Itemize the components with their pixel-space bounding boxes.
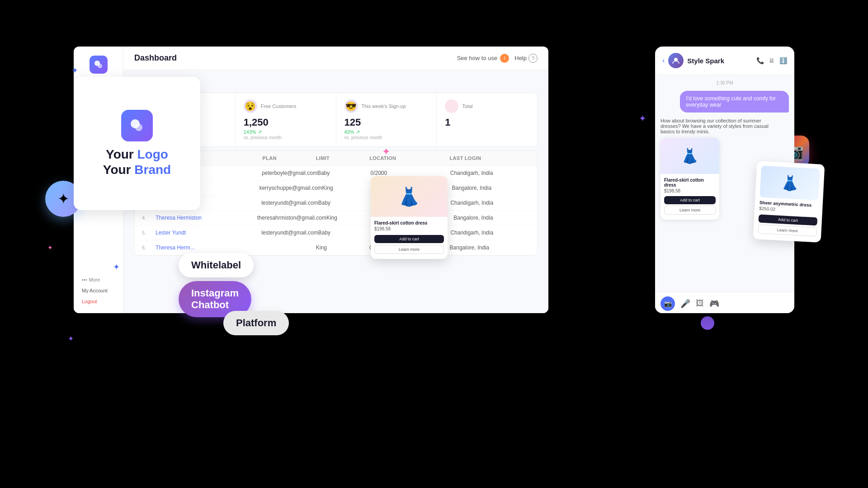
dress-image: 👗 xyxy=(760,166,820,201)
game-icon[interactable]: 🎮 xyxy=(709,299,719,309)
image-icon[interactable]: 🖼 xyxy=(696,299,704,308)
row-plan: Baby xyxy=(317,170,371,176)
product-1-info: Flared-skirt cotton dress $198.58 Add to… xyxy=(660,174,719,220)
product-1-image: 👗 xyxy=(660,138,719,174)
star-decoration-5: ✦ xyxy=(639,113,646,124)
dress-learn-more[interactable]: Learn more xyxy=(758,225,817,237)
more-menu-item[interactable]: ••• More xyxy=(78,275,123,284)
free-icon: 😵 xyxy=(244,99,257,113)
row-num: 4. xyxy=(142,215,156,221)
row-plan: Baby xyxy=(318,200,371,206)
chat-bot-name: Style Spark xyxy=(687,57,753,65)
row-plan: Baby xyxy=(318,230,371,236)
th-plan: Plan xyxy=(263,155,316,161)
see-how-button[interactable]: See how to use i xyxy=(457,54,509,63)
popup-learn-more[interactable]: Learn more xyxy=(374,245,444,254)
platform-badge: Platform xyxy=(223,311,289,335)
row-plan: King xyxy=(316,244,369,251)
svg-point-1 xyxy=(98,64,102,68)
brand-logo-overlay: Your Logo Your Brand xyxy=(74,77,200,210)
user-message-bubble: I'd love something cute and comfy for ev… xyxy=(680,91,789,113)
weekly-icon: 😎 xyxy=(344,99,358,113)
row-location: Bangalore, India xyxy=(453,215,530,221)
topbar-right: See how to use i Help ? xyxy=(457,54,538,63)
product-1-learn-more[interactable]: Learn more xyxy=(664,206,716,215)
total-value: 1 xyxy=(445,117,529,128)
row-email: lesteryundt@gmail.com xyxy=(261,230,318,236)
star-decoration-3: ✦ xyxy=(47,244,53,251)
row-email: kerryschuppe@gmail.com xyxy=(259,185,322,191)
stat-card-free: 😵 Free Customers 1,250 143% ↗ vs. previo… xyxy=(236,93,336,146)
mic-icon[interactable]: 🎤 xyxy=(680,299,690,309)
weekly-change: 43% ↗ xyxy=(344,129,429,135)
chat-back-button[interactable]: ‹ xyxy=(662,56,665,65)
help-icon: ? xyxy=(528,54,538,63)
row-num: 6. xyxy=(142,245,156,250)
product-popup-info: Flared-skirt cotton dress $198.58 Add to… xyxy=(371,217,448,259)
product-1-add-to-cart[interactable]: Add to cart xyxy=(664,196,716,204)
my-account-item[interactable]: My Account xyxy=(78,286,123,295)
logout-item[interactable]: Logout xyxy=(78,297,123,306)
product-popup-image: 👗 xyxy=(371,176,448,217)
row-location: Chandigarh, India xyxy=(450,200,530,206)
orange-indicator: i xyxy=(500,54,509,63)
product-popup: 👗 Flared-skirt cotton dress $198.58 Add … xyxy=(371,176,448,259)
th-limit: Limit xyxy=(316,155,369,161)
brand-text: Your Logo Your Brand xyxy=(103,147,171,177)
row-name[interactable]: Lester Yundt xyxy=(156,230,261,236)
row-num: 5. xyxy=(142,230,156,235)
video-icon[interactable]: 🖥 xyxy=(769,57,775,64)
row-location: Chandigarh, India xyxy=(450,170,530,176)
th-location: Location xyxy=(369,155,449,161)
row-plan: King xyxy=(326,215,377,221)
brand-icon xyxy=(121,110,153,141)
stat-card-total: Total 1 xyxy=(437,93,537,146)
sidebar-bottom: ••• More My Account Logout xyxy=(74,275,123,313)
phone-icon[interactable]: 📞 xyxy=(756,57,764,64)
help-button[interactable]: Help ? xyxy=(514,54,538,63)
chat-avatar xyxy=(668,53,684,68)
free-value: 1,250 xyxy=(244,117,328,128)
page-title: Dashboard xyxy=(134,53,177,63)
dress-add-to-cart[interactable]: Add to cart xyxy=(758,215,817,226)
chat-footer: 📷 🎤 🖼 🎮 xyxy=(655,292,794,313)
total-icon xyxy=(445,99,458,113)
row-email: lesteryundt@gmail.com xyxy=(261,200,318,206)
row-limit: 0/2000 xyxy=(370,170,450,176)
svg-point-4 xyxy=(135,124,142,131)
row-email: theresahrmiston@gmail.com xyxy=(257,215,326,221)
chat-header-icons: 📞 🖥 ℹ️ xyxy=(756,57,787,64)
topbar: Dashboard See how to use i Help ? xyxy=(123,47,548,70)
info-icon[interactable]: ℹ️ xyxy=(779,57,787,64)
camera-button[interactable]: 📷 xyxy=(660,296,675,311)
dress-card-floating: 👗 Sheer asymmetric dress $250.02 Add to … xyxy=(753,161,825,243)
row-plan: King xyxy=(322,185,374,191)
weekly-value: 125 xyxy=(344,117,429,128)
th-login: Last Login xyxy=(450,155,530,161)
sidebar-logo[interactable] xyxy=(90,56,108,74)
star-decoration-6: ✦ xyxy=(68,334,74,343)
more-dots: ••• xyxy=(82,277,87,282)
table-row: 5. Lester Yundt lesteryundt@gmail.com Ba… xyxy=(135,225,537,240)
table-row: 4. Theresa Hermiston theresahrmiston@gma… xyxy=(135,211,537,225)
chat-timestamp: 1:30 PM xyxy=(660,80,789,85)
row-name[interactable]: Theresa Herm... xyxy=(156,244,263,251)
row-location: Chandigarh, India xyxy=(450,230,530,236)
row-location: Bangalore, India xyxy=(450,244,530,251)
row-email: peterboyle@gmail.com xyxy=(262,170,317,176)
product-card-1: 👗 Flared-skirt cotton dress $198.58 Add … xyxy=(660,138,719,220)
stat-card-weekly: 😎 This week's Sign-up 125 43% ↗ vs. prev… xyxy=(336,93,437,146)
popup-add-to-cart[interactable]: Add to cart xyxy=(374,235,444,243)
free-change: 143% ↗ xyxy=(244,129,328,135)
chat-header: ‹ Style Spark 📞 🖥 ℹ️ xyxy=(655,47,794,75)
row-name[interactable]: Theresa Hermiston xyxy=(156,215,257,221)
row-location: Bangalore, India xyxy=(452,185,530,191)
purple-circle-1 xyxy=(701,316,714,330)
whitelabel-badge: Whitelabel xyxy=(179,253,254,277)
